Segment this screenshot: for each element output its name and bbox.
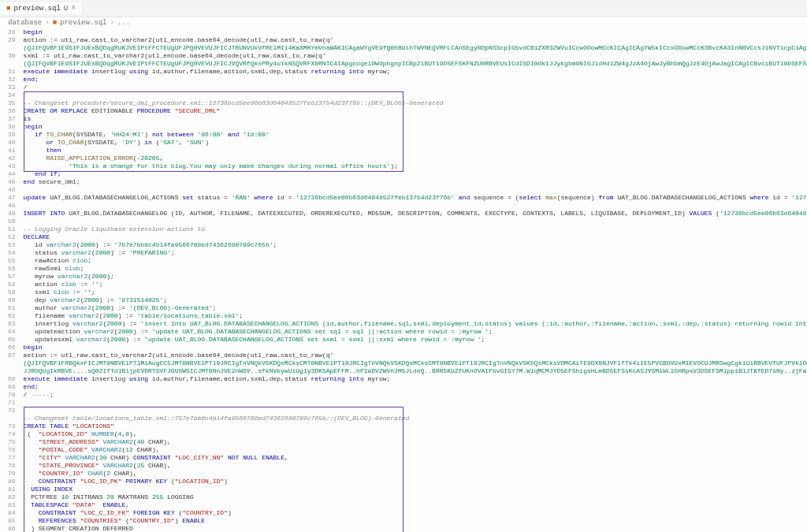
code-line[interactable]: begin [24, 344, 807, 352]
line-number: 45 [8, 178, 16, 186]
code-line[interactable]: action := utl_raw.cast_to_varchar2(utl_e… [24, 36, 807, 44]
line-number: 74 [8, 430, 16, 438]
code-line[interactable]: "STATE_PROVINCE" VARCHAR2(25 CHAR), [24, 462, 807, 470]
code-line[interactable] [24, 91, 807, 99]
code-line[interactable]: INSERT INTO UAT_BLOG.DATABASECHANGELOG (… [24, 210, 807, 218]
code-line[interactable]: action clob := ''; [24, 281, 807, 288]
line-number: 34 [8, 91, 16, 99]
code-line[interactable]: PCTFREE 10 INITRANS 20 MAXTRANS 255 LOGG… [24, 493, 807, 501]
line-number: 51 [8, 225, 16, 233]
code-line[interactable]: -- Changeset table/locations_table.xml::… [24, 415, 807, 422]
line-number: 75 [8, 438, 16, 446]
code-line[interactable]: myrow varchar2(2000); [24, 273, 807, 281]
line-number: 52 [8, 233, 16, 241]
line-number: 40 [8, 139, 16, 147]
code-editor[interactable]: 2829303132333435363738394041424344454647… [0, 28, 807, 532]
line-number: 61 [8, 304, 16, 312]
line-number: 49 [8, 210, 16, 218]
code-line[interactable]: "CITY" VARCHAR2(30 CHAR) CONSTRAINT "LOC… [24, 454, 807, 462]
line-number: 39 [8, 131, 16, 139]
code-line[interactable]: USING INDEX [24, 485, 807, 493]
code-line[interactable]: (QJIFQVBF1FRBQkxFICJMT0NBVElPTlMiAogCC5J… [24, 359, 807, 367]
line-number: 35 [8, 99, 16, 107]
code-line[interactable]: action := utl_raw.cast_to_varchar2(utl_e… [24, 352, 807, 359]
code-line[interactable]: end; [24, 76, 807, 84]
line-number: 43 [8, 162, 16, 170]
line-number [8, 44, 16, 52]
code-line[interactable]: author varchar2(2000) := '(DEV_BLOG)-Gen… [24, 304, 807, 312]
line-number: 77 [8, 454, 16, 462]
code-line[interactable]: end if; [24, 170, 807, 178]
code-line[interactable]: CONSTRAINT "LOC_C_ID_FK" FOREIGN KEY ("C… [24, 509, 807, 517]
code-line[interactable]: 'This is a change for this blog.You may … [24, 162, 807, 170]
line-number: 47 [8, 194, 16, 202]
code-line[interactable]: -- Changeset procedure/secure_dml_proced… [24, 99, 807, 107]
code-line[interactable]: begin [24, 123, 807, 131]
line-number: 65 [8, 336, 16, 344]
code-line[interactable]: begin [24, 28, 807, 36]
code-line[interactable]: CREATE TABLE "LOCATIONS" [24, 422, 807, 430]
code-line[interactable] [24, 218, 807, 225]
code-line[interactable]: rawSxml clob; [24, 265, 807, 273]
code-line[interactable]: CREATE OR REPLACE EDITIONABLE PROCEDURE … [24, 107, 807, 115]
line-number: 71 [8, 399, 16, 407]
breadcrumb-file[interactable]: preview.sql [60, 19, 106, 27]
line-number: 70 [8, 391, 16, 399]
close-icon[interactable]: × [71, 4, 76, 13]
code-line[interactable]: "STREET_ADDRESS" VARCHAR2(40 CHAR), [24, 438, 807, 446]
code-line[interactable]: ) SEGMENT CREATION DEFERRED [24, 525, 807, 532]
line-number: 76 [8, 446, 16, 454]
code-line[interactable]: id varchar2(2000) := '757e7bb8c4b14fa956… [24, 241, 807, 249]
line-number: 30 [8, 52, 16, 60]
code-line[interactable]: then [24, 147, 807, 154]
code-line[interactable]: rawAction clob; [24, 257, 807, 265]
code-line[interactable] [24, 407, 807, 415]
code-line[interactable]: sxml := utl_raw.cast_to_varchar2(utl_enc… [24, 52, 807, 60]
code-line[interactable]: DECLARE [24, 233, 807, 241]
code-line[interactable]: RAISE_APPLICATION_ERROR(-20205, [24, 154, 807, 162]
line-number: 63 [8, 320, 16, 328]
code-line[interactable]: / [24, 84, 807, 91]
code-line[interactable]: (QJIFQVBF1E9SIFJUExBQDqgRUKJVEIPtFFCTEUg… [24, 44, 807, 52]
code-line[interactable]: filename varchar2(2000) := 'table/locati… [24, 312, 807, 320]
line-number: 64 [8, 328, 16, 336]
code-line[interactable]: if TO_CHAR(SYSDATE, 'HH24:MI') not betwe… [24, 131, 807, 139]
line-number: 57 [8, 273, 16, 281]
line-number: 36 [8, 107, 16, 115]
line-number: 56 [8, 265, 16, 273]
line-number: 81 [8, 485, 16, 493]
code-line[interactable]: is [24, 115, 807, 123]
code-line[interactable]: TABLESPACE "DATA" ENABLE, [24, 501, 807, 509]
code-content[interactable]: beginaction := utl_raw.cast_to_varchar2(… [20, 28, 807, 532]
line-number: 60 [8, 296, 16, 304]
editor-tab[interactable]: ■ preview.sql U × [0, 2, 83, 14]
code-line[interactable]: "POSTAL_CODE" VARCHAR2(12 CHAR), [24, 446, 807, 454]
line-number: 48 [8, 202, 16, 210]
code-line[interactable]: insertlog varchar2(2000) := 'insert into… [24, 320, 807, 328]
code-line[interactable]: dep varchar2(2000) := '8731514025'; [24, 296, 807, 304]
code-line[interactable]: CONSTRAINT "LOC_ID_PK" PRIMARY KEY ("LOC… [24, 478, 807, 485]
code-line[interactable]: updateaction varchar2(2000) := 'update U… [24, 328, 807, 336]
code-line[interactable]: JJROQUgIkRBVE....sQ0ZIfTd1B1jpEVDRTSVFJG… [24, 367, 807, 375]
sql-file-icon: ■ [6, 5, 10, 13]
breadcrumb-folder[interactable]: database [8, 19, 42, 27]
code-line[interactable]: execute immediate insertlog using id,aut… [24, 68, 807, 76]
code-line[interactable]: status varchar2(2000) := 'PREPARING'; [24, 249, 807, 257]
code-line[interactable]: end; [24, 383, 807, 391]
code-line[interactable]: "COUNTRY_ID" CHAR(2 CHAR), [24, 470, 807, 478]
code-line[interactable]: updatesxml varchar2(2000) := 'update UAT… [24, 336, 807, 344]
code-line[interactable]: ( "LOCATION_ID" NUMBER(4,0), [24, 430, 807, 438]
code-line[interactable]: end secure_dml; [24, 178, 807, 186]
code-line[interactable] [24, 399, 807, 407]
code-line[interactable] [24, 186, 807, 194]
code-line[interactable]: REFERENCES "COUNTRIES" ("COUNTRY_ID") EN… [24, 517, 807, 525]
code-line[interactable]: or TO_CHAR(SYSDATE, 'DY') in ('SAT', 'SU… [24, 139, 807, 147]
code-line[interactable]: execute immediate insertlog using id,aut… [24, 375, 807, 383]
line-number: 41 [8, 147, 16, 154]
code-line[interactable]: / -----; [24, 391, 807, 399]
code-line[interactable]: -- Logging Oracle Liquibase extension ac… [24, 225, 807, 233]
code-line[interactable] [24, 202, 807, 210]
code-line[interactable]: (QJIFQVBF1E9SIFJUExBQDqgRUKJVEIPtFFCTEUg… [24, 60, 807, 68]
code-line[interactable]: sxml clob := ''; [24, 288, 807, 296]
code-line[interactable]: update UAT_BLOG.DATABASECHANGELOG_ACTION… [24, 194, 807, 202]
